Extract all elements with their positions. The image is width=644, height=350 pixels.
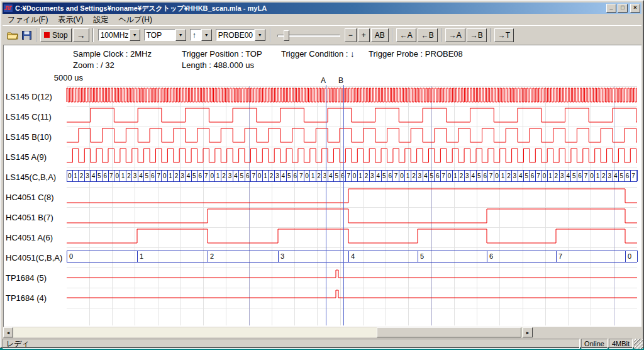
horizontal-scrollbar[interactable]: ◄ ► bbox=[3, 327, 533, 337]
toolbar-separator bbox=[441, 28, 442, 42]
chevron-down-icon[interactable]: ▼ bbox=[130, 29, 140, 41]
toolbar-separator bbox=[270, 28, 271, 42]
status-memory: 4MBit bbox=[609, 339, 633, 349]
sample-rate-value: 100MHz bbox=[98, 29, 130, 41]
resize-grip[interactable] bbox=[634, 339, 643, 349]
scroll-right-icon[interactable]: ► bbox=[523, 327, 533, 337]
menu-file[interactable]: ファイル(F) bbox=[3, 14, 53, 26]
length-info: Length : 488.000 us bbox=[182, 60, 254, 70]
app-icon bbox=[4, 4, 13, 13]
run-arrow-icon: → bbox=[77, 30, 86, 40]
trigger-edge-value: ↑ bbox=[190, 29, 201, 41]
goto-cursor-b-fwd-button[interactable]: →B bbox=[467, 28, 487, 42]
scroll-left-icon[interactable]: ◄ bbox=[3, 327, 13, 337]
floppy-icon bbox=[22, 31, 31, 40]
menu-view[interactable]: 表示(V) bbox=[53, 14, 88, 26]
sample-rate-combo[interactable]: 100MHz ▼ bbox=[98, 29, 140, 41]
ab-button[interactable]: AB bbox=[371, 28, 389, 42]
status-message: レディ bbox=[3, 339, 580, 349]
save-button[interactable] bbox=[19, 28, 33, 42]
zoom-slider-thumb[interactable] bbox=[284, 30, 289, 41]
trigger-edge-combo[interactable]: ↑ ▼ bbox=[190, 29, 212, 41]
goto-cursor-a-back-button[interactable]: ←A bbox=[396, 28, 416, 42]
maximize-button[interactable]: □ bbox=[618, 4, 628, 13]
scrollbar-thumb[interactable] bbox=[377, 327, 521, 337]
chevron-down-icon[interactable]: ▼ bbox=[175, 29, 186, 41]
toolbar-separator bbox=[392, 28, 393, 42]
status-online: Online bbox=[581, 339, 608, 349]
menu-settings[interactable]: 設定 bbox=[88, 14, 113, 26]
goto-trigger-button[interactable]: →T bbox=[494, 28, 514, 42]
goto-cursor-a-fwd-button[interactable]: →A bbox=[445, 28, 465, 42]
app-window: C:¥Documents and Settings¥noname¥デスクトップ¥… bbox=[0, 0, 644, 348]
menu-help[interactable]: ヘルプ(H) bbox=[113, 14, 157, 26]
trigger-condition-info: Trigger Condition : ↓ bbox=[281, 49, 355, 59]
trigger-position-value: TOP bbox=[144, 29, 175, 41]
zoom-info: Zoom : / 32 bbox=[73, 60, 114, 70]
run-button[interactable]: → bbox=[73, 28, 89, 42]
sample-clock-info: Sample Clock : 2MHz bbox=[73, 49, 152, 59]
trigger-probe-info: Trigger Probe : PROBE08 bbox=[369, 49, 463, 59]
close-button[interactable]: × bbox=[630, 4, 640, 13]
minimize-button[interactable]: _ bbox=[606, 4, 616, 13]
trigger-position-combo[interactable]: TOP ▼ bbox=[144, 29, 186, 41]
status-bar: レディ Online 4MBit bbox=[3, 339, 643, 349]
zoom-slider[interactable] bbox=[277, 28, 340, 42]
toolbar: Stop → 100MHz ▼ TOP ▼ ↑ ▼ PROBE00 ▼ − + … bbox=[3, 25, 641, 44]
waveform-panel bbox=[3, 45, 641, 327]
zoom-out-button[interactable]: − bbox=[345, 28, 357, 42]
title-bar: C:¥Documents and Settings¥noname¥デスクトップ¥… bbox=[3, 3, 641, 14]
goto-cursor-b-back-button[interactable]: ←B bbox=[418, 28, 438, 42]
toolbar-separator bbox=[36, 28, 37, 42]
toolbar-separator bbox=[490, 28, 491, 42]
probe-combo[interactable]: PROBE00 ▼ bbox=[216, 29, 265, 41]
stop-label: Stop bbox=[52, 31, 68, 40]
toolbar-separator bbox=[92, 28, 94, 42]
probe-value: PROBE00 bbox=[216, 29, 255, 41]
menu-bar: ファイル(F) 表示(V) 設定 ヘルプ(H) bbox=[3, 14, 641, 25]
trigger-position-info: Trigger Position : TOP bbox=[182, 49, 262, 59]
stop-icon bbox=[44, 32, 50, 38]
stop-button[interactable]: Stop bbox=[40, 28, 72, 42]
open-file-button[interactable] bbox=[6, 28, 19, 42]
zoom-in-button[interactable]: + bbox=[358, 28, 370, 42]
window-title: C:¥Documents and Settings¥noname¥デスクトップ¥… bbox=[15, 4, 605, 13]
scrollbar-track[interactable] bbox=[13, 327, 523, 337]
open-folder-icon bbox=[7, 31, 18, 40]
chevron-down-icon[interactable]: ▼ bbox=[201, 29, 212, 41]
chevron-down-icon[interactable]: ▼ bbox=[255, 29, 265, 41]
